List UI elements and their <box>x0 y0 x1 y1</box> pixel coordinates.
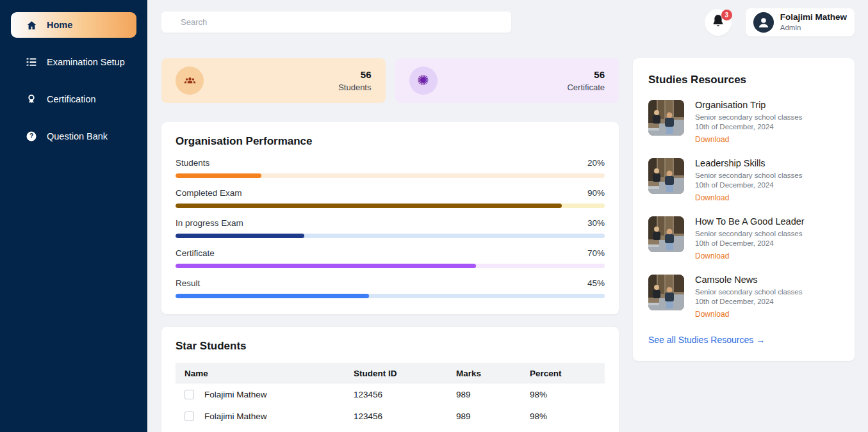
sidebar-item-label: Certification <box>47 94 96 104</box>
see-all-resources-link[interactable]: See all Studies Resources → <box>648 335 765 345</box>
column-header-marks: Marks <box>456 369 530 378</box>
sidebar-item-question-bank[interactable]: ? Question Bank <box>0 124 147 149</box>
download-link[interactable]: Download <box>695 135 729 144</box>
cell-percent: 98% <box>530 412 605 421</box>
cell-name: Folajimi Mathew <box>204 390 267 399</box>
sidebar: Home Examination Setup Certification ? Q… <box>0 0 147 432</box>
resource-title: Organisation Trip <box>695 100 802 110</box>
stats-row: 56 Students ✺ 56 Certificate <box>161 58 619 103</box>
question-icon: ? <box>25 130 38 143</box>
cell-marks: 989 <box>456 390 530 399</box>
progress-label: Result <box>176 278 200 288</box>
sidebar-item-label: Examination Setup <box>47 57 125 67</box>
resource-date: 10th of December, 2024 <box>695 298 802 305</box>
table-row[interactable]: Folajimi Mathew 123456 989 98% <box>176 405 605 427</box>
progress-track <box>176 264 605 268</box>
list-icon <box>25 56 38 68</box>
progress-fill <box>176 173 261 178</box>
stat-label: Students <box>338 83 371 92</box>
resource-date: 10th of December, 2024 <box>695 181 802 189</box>
sidebar-item-label: Home <box>47 20 72 30</box>
profile-button[interactable]: Folajimi Mathew Admin <box>746 8 855 36</box>
resource-date: 10th of December, 2024 <box>695 239 805 247</box>
resource-title: How To Be A Good Leader <box>695 216 805 227</box>
progress-track <box>176 294 605 298</box>
stat-value: 56 <box>338 69 371 80</box>
avatar <box>753 12 774 33</box>
sidebar-item-certification[interactable]: Certification <box>0 86 147 112</box>
progress-track <box>176 173 605 178</box>
progress-row-completed-exam: Completed Exam 90% <box>176 188 605 208</box>
resource-subtitle: Senior secondary school classes <box>695 172 802 179</box>
cell-name: Folajimi Mathew <box>204 412 267 421</box>
progress-percent: 90% <box>587 188 605 198</box>
resource-thumbnail-image <box>648 275 684 310</box>
progress-label: In progress Exam <box>176 218 243 228</box>
download-link[interactable]: Download <box>695 310 729 319</box>
resource-thumbnail-image <box>648 158 684 194</box>
column-header-name: Name <box>176 369 354 378</box>
row-checkbox[interactable] <box>184 412 194 421</box>
main-content: 3 Folajimi Mathew Admin <box>147 0 868 432</box>
stat-card-students[interactable]: 56 Students <box>161 58 386 103</box>
download-link[interactable]: Download <box>695 193 729 202</box>
progress-fill <box>176 234 304 238</box>
svg-text:?: ? <box>29 132 33 140</box>
main-column: 56 Students ✺ 56 Certificate Organis <box>161 58 619 432</box>
stat-label: Certificate <box>567 83 605 92</box>
progress-percent: 30% <box>587 218 605 228</box>
table-row[interactable]: Folajimi Mathew 123456 989 98% <box>176 383 605 405</box>
sidebar-item-examination-setup[interactable]: Examination Setup <box>0 49 147 75</box>
progress-track <box>176 234 605 238</box>
profile-role: Admin <box>780 23 847 32</box>
app-root: Home Examination Setup Certification ? Q… <box>0 0 868 432</box>
progress-label: Certificate <box>176 248 215 258</box>
star-students-title: Star Students <box>176 340 605 353</box>
column-header-student-id: Student ID <box>354 369 456 378</box>
resource-date: 10th of December, 2024 <box>695 123 802 131</box>
resource-thumbnail-image <box>648 216 684 252</box>
notifications-button[interactable]: 3 <box>705 9 732 36</box>
cell-student-id: 123456 <box>354 412 456 421</box>
cell-marks: 989 <box>456 412 530 421</box>
progress-fill <box>176 294 369 298</box>
resource-thumbnail-image <box>648 100 684 136</box>
row-checkbox[interactable] <box>184 390 194 399</box>
table-row[interactable]: Folajimi Mathew 123456 989 98% <box>176 427 605 432</box>
studies-resources-title: Studies Resources <box>648 74 839 86</box>
column-header-percent: Percent <box>530 369 605 378</box>
topbar-right: 3 Folajimi Mathew Admin <box>705 8 855 36</box>
resource-subtitle: Senior secondary school classes <box>695 288 802 296</box>
resource-subtitle: Senior secondary school classes <box>695 113 802 121</box>
download-link[interactable]: Download <box>695 252 729 260</box>
sidebar-item-label: Question Bank <box>47 131 108 141</box>
students-icon <box>176 67 204 95</box>
search-input[interactable] <box>161 12 511 33</box>
performance-title: Organisation Performance <box>176 135 605 148</box>
progress-row-certificate: Certificate 70% <box>176 248 605 268</box>
resource-item: Camsole News Senior secondary school cla… <box>648 275 839 319</box>
progress-percent: 70% <box>587 248 605 258</box>
progress-row-in-progress-exam: In progress Exam 30% <box>176 218 605 238</box>
cell-percent: 98% <box>530 390 605 399</box>
stat-card-certificate[interactable]: ✺ 56 Certificate <box>395 58 619 103</box>
organisation-performance-card: Organisation Performance Students 20% Co… <box>161 122 619 314</box>
resource-item: How To Be A Good Leader Senior secondary… <box>648 216 839 261</box>
progress-track <box>176 204 605 208</box>
resource-item: Organisation Trip Senior secondary schoo… <box>648 100 839 145</box>
award-icon <box>25 93 38 106</box>
star-students-card: Star Students Name Student ID Marks Perc… <box>161 327 619 432</box>
profile-name: Folajimi Mathew <box>780 12 847 23</box>
progress-label: Students <box>176 158 209 168</box>
progress-percent: 45% <box>587 278 605 288</box>
side-column: Studies Resources Organisation Trip Seni… <box>633 58 855 432</box>
progress-fill <box>176 204 562 208</box>
sidebar-item-home[interactable]: Home <box>11 12 136 38</box>
cell-student-id: 123456 <box>354 390 456 399</box>
progress-row-students: Students 20% <box>176 158 605 178</box>
resource-title: Leadership Skills <box>695 158 802 168</box>
topbar: 3 Folajimi Mathew Admin <box>161 8 855 36</box>
home-icon <box>25 19 38 31</box>
resource-title: Camsole News <box>695 275 802 285</box>
table-header: Name Student ID Marks Percent <box>176 364 605 383</box>
